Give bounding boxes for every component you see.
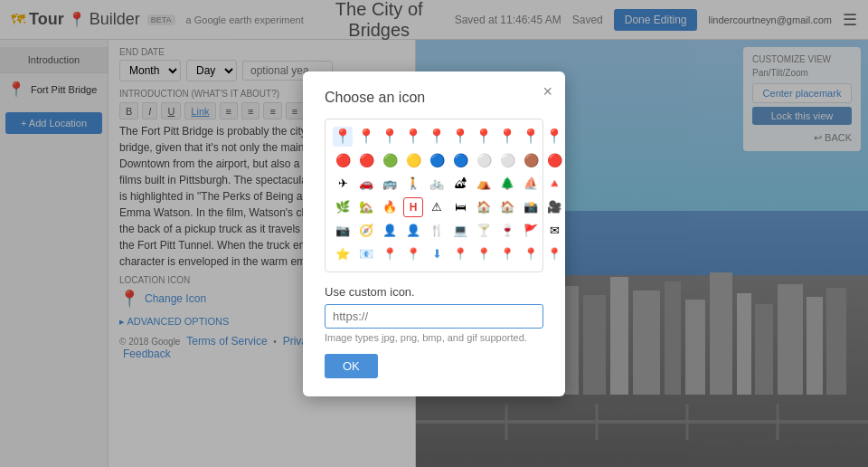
icon-video[interactable]: 🎥: [544, 197, 564, 217]
modal-title: Choose an icon: [325, 90, 543, 106]
icon-plane[interactable]: ✈: [333, 174, 353, 194]
icon-laptop[interactable]: 💻: [450, 221, 470, 241]
icon-cyan-pin[interactable]: 📍: [427, 127, 447, 147]
icon-pin-v2-4[interactable]: 🟡: [403, 150, 423, 170]
icon-tree[interactable]: 🌲: [497, 174, 517, 194]
icon-home[interactable]: 🏡: [356, 197, 376, 217]
icon-person1[interactable]: 👤: [380, 221, 400, 241]
icon-envelope[interactable]: ✉: [544, 221, 564, 241]
icon-pin-v2-9[interactable]: 🟤: [521, 150, 541, 170]
icon-green-pin[interactable]: 📍: [380, 127, 400, 147]
icon-star-pin[interactable]: ⭐: [333, 244, 353, 264]
choose-icon-modal: Choose an icon × 📍 📍 📍 📍 📍 📍 📍 📍 📍 📍 🔴 🔴…: [303, 71, 565, 396]
icon-white-pin[interactable]: 📍: [474, 127, 494, 147]
icon-pin-red2[interactable]: 📍: [544, 244, 564, 264]
icon-pink-pin[interactable]: 📍: [356, 127, 376, 147]
icon-flag[interactable]: 🚩: [521, 221, 541, 241]
icon-wine[interactable]: 🍷: [497, 221, 517, 241]
icon-photo[interactable]: 📸: [521, 197, 541, 217]
icon-grid: 📍 📍 📍 📍 📍 📍 📍 📍 📍 📍 🔴 🔴 🟢 🟡 🔵 🔵 ⚪ ⚪ 🟤 🔴 …: [325, 119, 543, 272]
icon-walk[interactable]: 🚶: [403, 174, 423, 194]
icon-house1[interactable]: 🏠: [474, 197, 494, 217]
icon-pin-v2-10[interactable]: 🔴: [544, 150, 564, 170]
icon-person2[interactable]: 👤: [403, 221, 423, 241]
icon-location-pin2[interactable]: 📍: [380, 244, 400, 264]
custom-icon-hint: Image types jpg, png, bmp, and gif suppo…: [325, 332, 543, 343]
icon-compass[interactable]: 🧭: [356, 221, 376, 241]
icon-tent[interactable]: ⛺: [474, 174, 494, 194]
icon-car[interactable]: 🚗: [356, 174, 376, 194]
modal-close-button[interactable]: ×: [542, 82, 552, 101]
icon-bike[interactable]: 🚲: [427, 174, 447, 194]
icon-pin-v2-5[interactable]: 🔵: [427, 150, 447, 170]
icon-pin-v2-1[interactable]: 🔴: [333, 150, 353, 170]
icon-house2[interactable]: 🏠: [497, 197, 517, 217]
icon-boat[interactable]: ⛵: [521, 174, 541, 194]
icon-fire[interactable]: 🔥: [380, 197, 400, 217]
icon-leaf[interactable]: 🌿: [333, 197, 353, 217]
icon-fork-knife[interactable]: 🍴: [427, 221, 447, 241]
custom-icon-label: Use custom icon.: [325, 285, 543, 299]
icon-pin-purple[interactable]: 📍: [474, 244, 494, 264]
icon-pin-maroon[interactable]: 📍: [521, 244, 541, 264]
icon-warning[interactable]: ⚠: [427, 197, 447, 217]
ok-button[interactable]: OK: [325, 354, 378, 378]
icon-blue-pin[interactable]: 📍: [450, 127, 470, 147]
icon-bus[interactable]: 🚌: [380, 174, 400, 194]
icon-location-pin3[interactable]: 📍: [403, 244, 423, 264]
icon-pin-darkblue[interactable]: 📍: [497, 244, 517, 264]
icon-pin-v2-3[interactable]: 🟢: [380, 150, 400, 170]
icon-red-pin[interactable]: 📍: [333, 127, 353, 147]
icon-pin-blue2[interactable]: 📍: [450, 244, 470, 264]
icon-gray-pin[interactable]: 📍: [497, 127, 517, 147]
icon-cocktail[interactable]: 🍸: [474, 221, 494, 241]
icon-pin-v2-7[interactable]: ⚪: [474, 150, 494, 170]
icon-pin-v2-2[interactable]: 🔴: [356, 150, 376, 170]
custom-icon-input[interactable]: [325, 304, 543, 329]
icon-pin-v2-6[interactable]: 🔵: [450, 150, 470, 170]
modal-overlay: Choose an icon × 📍 📍 📍 📍 📍 📍 📍 📍 📍 📍 🔴 🔴…: [0, 0, 868, 467]
icon-darkred-pin[interactable]: 📍: [544, 127, 564, 147]
icon-triangle[interactable]: 🔺: [544, 174, 564, 194]
icon-yellow-pin[interactable]: 📍: [403, 127, 423, 147]
icon-download-pin[interactable]: ⬇: [427, 244, 447, 264]
icon-hospital[interactable]: H: [403, 197, 423, 217]
icon-email-icon[interactable]: 📧: [356, 244, 376, 264]
icon-brown-pin[interactable]: 📍: [521, 127, 541, 147]
icon-pin-v2-8[interactable]: ⚪: [497, 150, 517, 170]
icon-camera[interactable]: 📷: [333, 221, 353, 241]
icon-bed[interactable]: 🛏: [450, 197, 470, 217]
icon-camp[interactable]: 🏕: [450, 174, 470, 194]
